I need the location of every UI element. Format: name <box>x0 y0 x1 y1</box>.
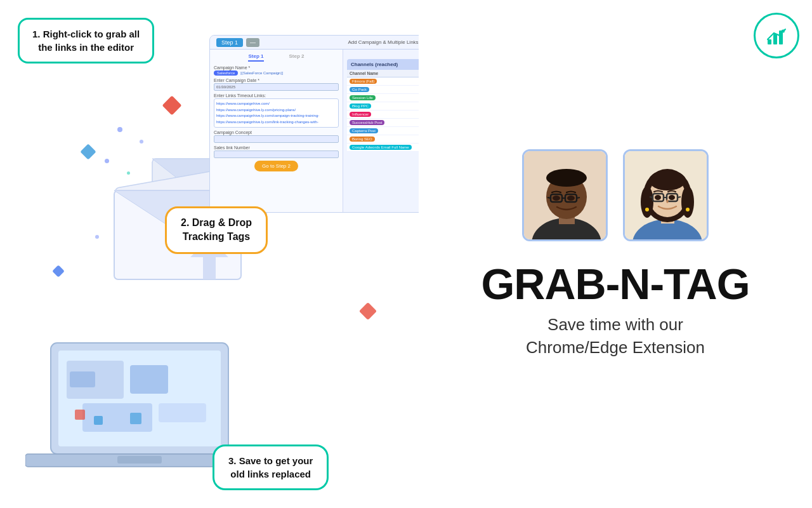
app-titlebar: Step 1 — Add Campaign & Multiple Links C… <box>210 36 419 50</box>
svg-rect-10 <box>82 403 152 432</box>
svg-point-34 <box>546 169 587 187</box>
svg-rect-12 <box>70 371 95 387</box>
col-channel: Channel Name <box>347 70 419 77</box>
svg-point-32 <box>553 196 560 201</box>
table-row: Google Adwords Email Full Name email Goo… <box>347 144 419 152</box>
campaign-value: [(SalesForce Campaign)] <box>240 71 283 75</box>
avatar-male-image <box>524 151 608 241</box>
table-row: Session Life search paid Session <box>347 94 419 102</box>
links-area: https://www.campaignhive.com/ https://ww… <box>214 98 339 128</box>
svg-rect-13 <box>75 410 85 420</box>
svg-rect-17 <box>117 456 162 464</box>
decor-blue-diamond-2 <box>52 265 65 277</box>
step1-callout: 1. Right-click to grab all the links in … <box>18 18 154 64</box>
svg-point-51 <box>686 208 690 211</box>
app-form-panel: Step 1 Step 2 Campaign Name * Salesforce… <box>210 50 343 212</box>
step3-callout: 3. Save to get your old links replaced <box>213 444 329 490</box>
avatar-female <box>623 149 709 241</box>
step-1-tab[interactable]: Step 1 <box>248 53 263 62</box>
left-panel: 1. Right-click to grab all the links in … <box>0 0 419 508</box>
app-minimize-btn[interactable]: — <box>246 38 259 47</box>
avatar-female-image <box>625 151 709 241</box>
avatar-male <box>522 149 608 241</box>
svg-line-46 <box>650 197 653 197</box>
date-field[interactable]: 01/30/2025 <box>214 83 339 91</box>
contacts-panel: Search Channels Channels (reached) × Cha… <box>343 50 419 212</box>
go-to-step2-btn[interactable]: Go to Step 2 <box>254 161 298 171</box>
app-title: Add Campaign & Multiple Links <box>263 39 419 45</box>
channel-tag-5: Influencer <box>350 112 371 117</box>
svg-rect-20 <box>773 34 777 44</box>
concept-row: Campaign Concept <box>214 130 339 143</box>
links-row: Enter Links Timeout Links: https://www.c… <box>214 93 339 128</box>
svg-point-48 <box>655 195 661 200</box>
concept-label: Campaign Concept <box>214 130 339 135</box>
channel-tag-4: Blog PPC <box>350 104 371 109</box>
app-save-btn[interactable]: Step 1 <box>216 38 243 47</box>
table-row: Boring SEO influencer paid Dave Daring <box>347 135 419 144</box>
app-screenshot: Step 1 — Add Campaign & Multiple Links C… <box>209 35 419 213</box>
contacts-header: Channels (reached) × <box>347 59 419 70</box>
channel-tag-1: Filmora (Fall) <box>350 79 377 84</box>
link-2: https://www.campaignhive.ly.com/pricing-… <box>216 107 336 114</box>
channel-tag-8: Boring SEO <box>350 137 375 142</box>
svg-rect-19 <box>768 39 771 44</box>
svg-rect-9 <box>130 365 168 394</box>
svg-point-42 <box>681 186 694 218</box>
logo-circle <box>754 13 799 58</box>
sales-link-row: Sales link Number <box>214 145 339 158</box>
table-row: Influencer influencer paid Jeff Bullas <box>347 110 419 119</box>
svg-line-47 <box>678 197 681 197</box>
link-1: https://www.campaignhive.com/ <box>216 101 336 107</box>
link-3: https://www.campaignhive.ly.com/campaign… <box>216 113 336 119</box>
campaign-name-label: Campaign Name * <box>214 65 339 70</box>
channel-tag-7: Capterra Post <box>350 128 378 133</box>
svg-point-40 <box>649 170 686 190</box>
sales-link-label: Sales link Number <box>214 145 339 150</box>
link-4: https://www.campaignhive.ly.com/link-tra… <box>216 119 336 126</box>
channel-tag-9: Google Adwords Email Full Name <box>350 145 412 150</box>
contacts-table: Channel Name UTM Source UTM Medium Filmo… <box>347 70 419 152</box>
channel-tag-3: Session Life <box>350 95 376 100</box>
table-row: Go Pack publisher paid Go <box>347 86 419 94</box>
brand-title: GRAB-N-TAG <box>481 259 749 309</box>
date-value: 01/30/2025 <box>216 85 235 89</box>
svg-rect-11 <box>159 403 206 422</box>
step3-label: 3. Save to get your old links replaced <box>228 455 313 479</box>
links-label: Enter Links Timeout Links: <box>214 93 339 98</box>
svg-point-33 <box>567 196 575 201</box>
brand-subtitle: Save time with our Chrome/Edge Extension <box>526 314 705 358</box>
logo-chart-icon <box>763 22 790 50</box>
campaign-tag: Salesforce <box>214 70 238 76</box>
table-row: SuccessHub Post all paid SuccessHub <box>347 119 419 127</box>
right-panel: GRAB-N-TAG Save time with our Chrome/Edg… <box>419 0 812 508</box>
svg-rect-14 <box>94 416 103 425</box>
decor-red-diamond <box>162 95 181 115</box>
avatars-row <box>522 149 709 241</box>
svg-line-31 <box>577 197 580 198</box>
step2-label: 2. Drag & Drop Tracking Tags <box>181 217 252 242</box>
step1-label: 1. Right-click to grab all the links in … <box>32 29 140 53</box>
decor-red-diamond-2 <box>359 302 377 320</box>
step2-callout: 2. Drag & Drop Tracking Tags <box>165 206 268 254</box>
svg-point-49 <box>669 195 675 200</box>
concept-field[interactable] <box>214 135 339 143</box>
channel-tag-2: Go Pack <box>350 87 369 92</box>
svg-rect-15 <box>130 413 141 424</box>
table-row: Filmora (Fall) audience paid Filmora! <box>347 77 419 86</box>
table-row: Capterra Post influencer paid Capterra <box>347 127 419 135</box>
sales-link-field[interactable] <box>214 150 339 158</box>
contacts-title: Channels (reached) <box>351 62 419 67</box>
svg-line-30 <box>547 197 551 198</box>
date-label: Enter Campaign Date * <box>214 78 339 83</box>
table-row: Blog PPC search paid Blog <box>347 102 419 110</box>
step-bar: Step 1 Step 2 <box>214 53 339 62</box>
app-body: Step 1 Step 2 Campaign Name * Salesforce… <box>210 50 419 212</box>
campaign-name-row: Campaign Name * Salesforce [(SalesForce … <box>214 65 339 76</box>
channel-tag-6: SuccessHub Post <box>350 120 384 125</box>
svg-point-50 <box>645 208 649 211</box>
search-hint: Search Channels <box>347 53 419 58</box>
date-row: Enter Campaign Date * 01/30/2025 <box>214 78 339 91</box>
step-2-tab[interactable]: Step 2 <box>289 53 304 62</box>
svg-point-41 <box>641 186 653 218</box>
